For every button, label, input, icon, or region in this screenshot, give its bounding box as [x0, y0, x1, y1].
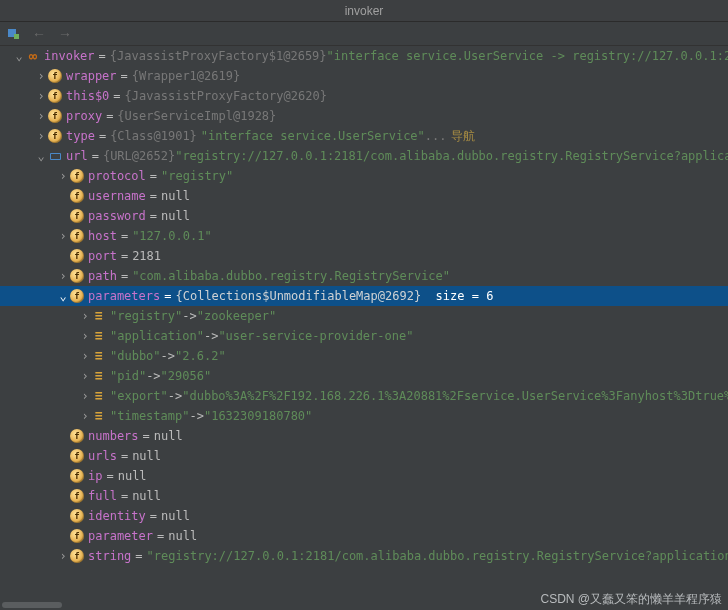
object-icon: ∞: [26, 49, 40, 63]
variable-tree[interactable]: ⌄ ∞ invoker = {JavassistProxyFactory$1@2…: [0, 46, 728, 592]
tree-row-invoker[interactable]: ⌄ ∞ invoker = {JavassistProxyFactory$1@2…: [0, 46, 728, 66]
field-icon: f: [70, 289, 84, 303]
field-icon: f: [48, 109, 62, 123]
field-icon: f: [70, 269, 84, 283]
tree-row-port[interactable]: ·fport=2181: [0, 246, 728, 266]
scrollbar-thumb[interactable]: [2, 602, 62, 608]
field-icon: f: [70, 549, 84, 563]
map-entry-icon: ≡: [92, 309, 106, 323]
tree-row-map-entry[interactable]: ›≡"application" -> "user-service-provide…: [0, 326, 728, 346]
chevron-right-icon[interactable]: ›: [78, 406, 92, 426]
chevron-down-icon[interactable]: ⌄: [34, 146, 48, 166]
tree-row-username[interactable]: ·fusername=null: [0, 186, 728, 206]
tree-row-host[interactable]: ›fhost="127.0.0.1": [0, 226, 728, 246]
map-entry-icon: ≡: [92, 349, 106, 363]
field-icon: f: [70, 489, 84, 503]
field-icon: f: [70, 229, 84, 243]
svg-rect-1: [14, 34, 19, 39]
map-entry-icon: ≡: [92, 329, 106, 343]
svg-rect-3: [51, 154, 60, 159]
forward-button[interactable]: →: [56, 26, 74, 42]
field-icon: f: [70, 189, 84, 203]
chevron-down-icon[interactable]: ⌄: [12, 46, 26, 66]
chevron-right-icon[interactable]: ›: [34, 66, 48, 86]
chevron-right-icon[interactable]: ›: [78, 386, 92, 406]
chevron-right-icon[interactable]: ›: [56, 546, 70, 566]
tree-row-parameter[interactable]: ·fparameter=null: [0, 526, 728, 546]
back-button[interactable]: ←: [30, 26, 48, 42]
field-icon: f: [70, 529, 84, 543]
tree-row-identity[interactable]: ·fidentity=null: [0, 506, 728, 526]
chevron-right-icon[interactable]: ›: [78, 326, 92, 346]
map-entry-icon: ≡: [92, 369, 106, 383]
var-name: invoker: [44, 46, 95, 66]
window-title: invoker: [0, 0, 728, 22]
navigate-link[interactable]: 导航: [451, 126, 475, 146]
tree-row-full[interactable]: ·ffull=null: [0, 486, 728, 506]
field-icon: f: [70, 249, 84, 263]
map-entry-icon: ≡: [92, 409, 106, 423]
tree-row-parameters[interactable]: ⌄fparameters={Collections$UnmodifiableMa…: [0, 286, 728, 306]
chevron-right-icon[interactable]: ›: [56, 266, 70, 286]
field-icon: f: [70, 509, 84, 523]
field-icon: f: [70, 209, 84, 223]
field-icon: f: [70, 169, 84, 183]
chevron-right-icon[interactable]: ›: [78, 306, 92, 326]
chevron-right-icon[interactable]: ›: [34, 106, 48, 126]
tree-row-map-entry[interactable]: ›≡"pid" -> "29056": [0, 366, 728, 386]
chevron-right-icon[interactable]: ›: [34, 86, 48, 106]
tree-config-icon[interactable]: [6, 26, 22, 42]
tree-row-protocol[interactable]: ›fprotocol="registry": [0, 166, 728, 186]
field-icon: f: [48, 89, 62, 103]
tree-row-numbers[interactable]: ·fnumbers=null: [0, 426, 728, 446]
field-icon: f: [70, 469, 84, 483]
toolbar: ← →: [0, 22, 728, 46]
field-icon: f: [70, 449, 84, 463]
watermark: CSDN @又蠢又笨的懒羊羊程序猿: [540, 591, 722, 608]
tree-row-map-entry[interactable]: ›≡"timestamp" -> "1632309180780": [0, 406, 728, 426]
tree-row-string[interactable]: ›fstring="registry://127.0.0.1:2181/com.…: [0, 546, 728, 566]
field-icon: f: [70, 429, 84, 443]
tree-row-proxy[interactable]: › f proxy = {UserServiceImpl@1928}: [0, 106, 728, 126]
tree-row-url[interactable]: ⌄ url = {URL@2652} "registry://127.0.0.1…: [0, 146, 728, 166]
tree-row-urls[interactable]: ·furls=null: [0, 446, 728, 466]
chevron-right-icon[interactable]: ›: [56, 166, 70, 186]
chevron-down-icon[interactable]: ⌄: [56, 286, 70, 306]
tree-row-this0[interactable]: › f this$0 = {JavassistProxyFactory@2620…: [0, 86, 728, 106]
tree-row-map-entry[interactable]: ›≡"export" -> "dubbo%3A%2F%2F192.168.226…: [0, 386, 728, 406]
tree-row-path[interactable]: ›fpath="com.alibaba.dubbo.registry.Regis…: [0, 266, 728, 286]
tree-row-map-entry[interactable]: ›≡"dubbo" -> "2.6.2": [0, 346, 728, 366]
url-icon: [48, 149, 62, 163]
chevron-right-icon[interactable]: ›: [78, 366, 92, 386]
chevron-right-icon[interactable]: ›: [78, 346, 92, 366]
map-entry-icon: ≡: [92, 389, 106, 403]
tree-row-password[interactable]: ·fpassword=null: [0, 206, 728, 226]
tree-row-type[interactable]: › f type = {Class@1901} "interface servi…: [0, 126, 728, 146]
field-icon: f: [48, 129, 62, 143]
chevron-right-icon[interactable]: ›: [34, 126, 48, 146]
tree-row-ip[interactable]: ·fip=null: [0, 466, 728, 486]
chevron-right-icon[interactable]: ›: [56, 226, 70, 246]
tree-row-wrapper[interactable]: › f wrapper = {Wrapper1@2619}: [0, 66, 728, 86]
field-icon: f: [48, 69, 62, 83]
tree-row-map-entry[interactable]: ›≡"registry" -> "zookeeper": [0, 306, 728, 326]
